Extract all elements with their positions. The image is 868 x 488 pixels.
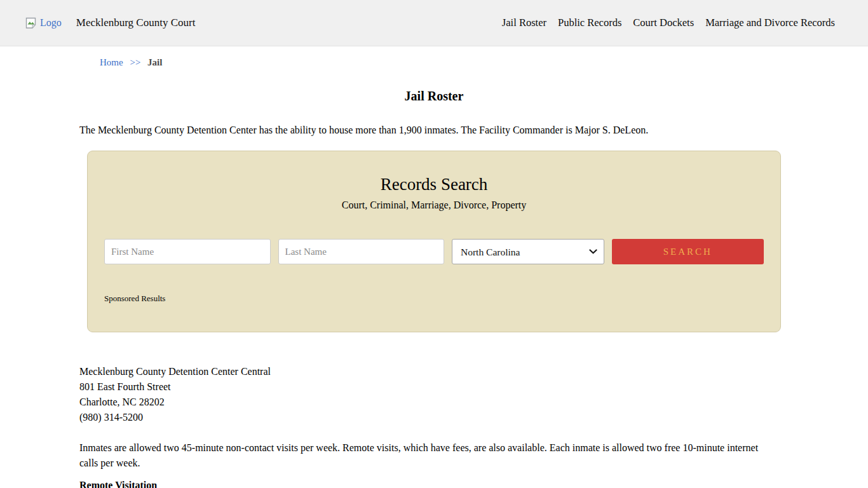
facility-address-block: Mecklenburg County Detention Center Cent… xyxy=(79,364,789,425)
last-name-input[interactable] xyxy=(278,239,445,264)
intro-text: The Mecklenburg County Detention Center … xyxy=(79,124,789,136)
facility-name: Mecklenburg County Detention Center Cent… xyxy=(79,364,789,379)
visitation-paragraph: Inmates are allowed two 45-minute non-co… xyxy=(79,440,773,471)
site-title: Mecklenburg County Court xyxy=(76,17,196,29)
records-search-panel: Records Search Court, Criminal, Marriage… xyxy=(87,151,781,332)
site-header: Logo Mecklenburg County Court Jail Roste… xyxy=(0,0,868,46)
logo-alt-text: Logo xyxy=(40,17,62,29)
remote-visitation-heading: Remote Visitation xyxy=(79,480,789,488)
page-title: Jail Roster xyxy=(79,89,789,104)
facility-street: 801 East Fourth Street xyxy=(79,379,789,395)
logo-link[interactable]: Logo xyxy=(25,17,62,29)
main-content: Home >> Jail Jail Roster The Mecklenburg… xyxy=(79,57,789,488)
records-search-form: North Carolina SEARCH xyxy=(104,239,764,264)
breadcrumb-home-link[interactable]: Home xyxy=(100,57,123,67)
records-search-subtitle: Court, Criminal, Marriage, Divorce, Prop… xyxy=(104,200,764,211)
main-nav: Jail Roster Public Records Court Dockets… xyxy=(502,17,835,29)
broken-image-icon xyxy=(25,17,38,29)
nav-court-dockets[interactable]: Court Dockets xyxy=(633,17,694,29)
breadcrumb-separator: >> xyxy=(130,57,140,67)
nav-public-records[interactable]: Public Records xyxy=(558,17,621,29)
state-select[interactable]: North Carolina xyxy=(452,239,604,264)
state-select-wrapper: North Carolina xyxy=(452,239,604,264)
search-button[interactable]: SEARCH xyxy=(612,239,764,264)
facility-city-state-zip: Charlotte, NC 28202 xyxy=(79,395,789,410)
nav-marriage-divorce-records[interactable]: Marriage and Divorce Records xyxy=(705,17,835,29)
first-name-input[interactable] xyxy=(104,239,271,264)
facility-phone: (980) 314-5200 xyxy=(79,410,789,425)
sponsored-results-label: Sponsored Results xyxy=(104,294,764,304)
brand: Logo Mecklenburg County Court xyxy=(25,17,195,29)
nav-jail-roster[interactable]: Jail Roster xyxy=(502,17,546,29)
breadcrumb-current: Jail xyxy=(147,57,162,67)
breadcrumb: Home >> Jail xyxy=(100,57,789,68)
records-search-title: Records Search xyxy=(104,175,764,194)
